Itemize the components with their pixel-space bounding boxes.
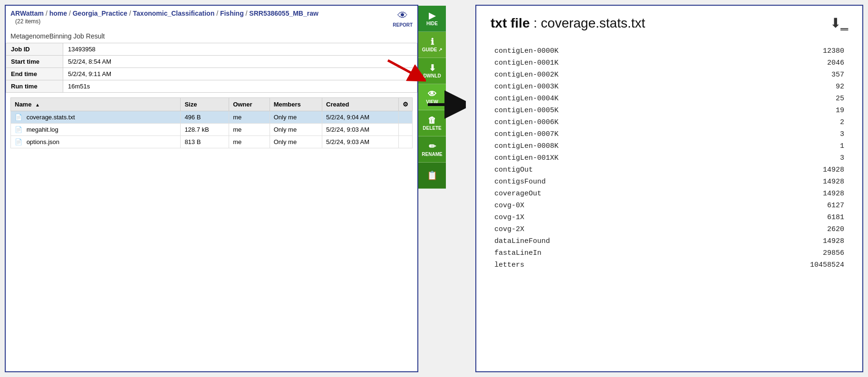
data-row: letters10458524 xyxy=(491,259,848,271)
data-row: covg-2X2620 xyxy=(491,223,848,235)
data-value: 10458524 xyxy=(722,259,848,271)
job-id-row: Job ID 13493958 xyxy=(6,43,417,56)
col-created[interactable]: Created xyxy=(322,98,399,111)
data-key: contigLen-0008K xyxy=(491,140,722,152)
data-value: 14928 xyxy=(722,176,848,188)
breadcrumb: ARWattam / home / Georgia_Practice / Tax… xyxy=(10,10,318,17)
data-row: contigLen-0007K3 xyxy=(491,128,848,140)
file-action-options xyxy=(399,136,413,148)
breadcrumb-part-2[interactable]: Georgia_Practice xyxy=(73,10,127,17)
file-name-coverage[interactable]: 📄 coverage.stats.txt xyxy=(11,111,181,124)
data-key: fastaLineIn xyxy=(491,247,722,259)
file-action-coverage xyxy=(399,111,413,124)
start-time-value: 5/2/24, 8:54 AM xyxy=(63,56,417,68)
data-key: contigLen-0001K xyxy=(491,57,722,69)
breadcrumb-part-4[interactable]: Fishing xyxy=(220,10,244,17)
data-row: contigLen-0003K92 xyxy=(491,81,848,93)
data-key: contigLen-0005K xyxy=(491,105,722,116)
file-icon: 📄 xyxy=(15,138,22,145)
data-key: contigLen-0000K xyxy=(491,45,722,57)
data-key: contigLen-0007K xyxy=(491,128,722,140)
data-value: 14928 xyxy=(722,164,848,176)
data-value: 6181 xyxy=(722,212,848,223)
job-id-value: 13493958 xyxy=(63,43,417,56)
data-row: contigLen-0005K19 xyxy=(491,105,848,116)
data-row: contigsFound14928 xyxy=(491,176,848,188)
report-button[interactable]: 👁 REPORT xyxy=(393,10,413,28)
data-value: 14928 xyxy=(722,188,848,200)
data-value: 12380 xyxy=(722,45,848,57)
report-label: REPORT xyxy=(393,22,413,28)
data-value: 357 xyxy=(722,69,848,81)
data-key: contigLen-0002K xyxy=(491,69,722,81)
data-key: contigLen-001XK xyxy=(491,152,722,164)
data-row: covg-0X6127 xyxy=(491,200,848,212)
data-row: contigLen-0000K12380 xyxy=(491,45,848,57)
big-right-arrow xyxy=(428,90,466,119)
file-created-options: 5/2/24, 9:03 AM xyxy=(322,136,399,148)
col-owner[interactable]: Owner xyxy=(229,98,270,111)
title-colon: : xyxy=(533,16,537,30)
data-value: 1 xyxy=(722,140,848,152)
data-value: 25 xyxy=(722,93,848,105)
item-count: (22 items) xyxy=(10,17,318,28)
breadcrumb-part-5[interactable]: SRR5386055_MB_raw xyxy=(249,10,318,17)
run-time-row: Run time 16m51s xyxy=(6,80,417,93)
data-value: 29856 xyxy=(722,247,848,259)
col-size[interactable]: Size xyxy=(181,98,229,111)
file-title: txt file : coverage.stats.txt xyxy=(491,16,645,31)
gear-icon[interactable]: ⚙ xyxy=(399,98,413,111)
file-row-coverage[interactable]: 📄 coverage.stats.txt 496 B me Only me 5/… xyxy=(11,111,413,124)
data-row: contigLen-0002K357 xyxy=(491,69,848,81)
data-key: covg-1X xyxy=(491,212,722,223)
data-key: coverageOut xyxy=(491,188,722,200)
data-row: contigLen-0006K2 xyxy=(491,116,848,128)
file-owner-options: me xyxy=(229,136,270,148)
file-name-megahit[interactable]: 📄 megahit.log xyxy=(11,124,181,136)
file-icon: 📄 xyxy=(15,126,22,133)
data-row: coverageOut14928 xyxy=(491,188,848,200)
sort-arrow: ▲ xyxy=(35,102,40,107)
breadcrumb-part-1[interactable]: home xyxy=(49,10,67,17)
file-members-coverage: Only me xyxy=(270,111,322,124)
file-icon: 📄 xyxy=(15,114,22,121)
end-time-row: End time 5/2/24, 9:11 AM xyxy=(6,68,417,80)
file-members-megahit: Only me xyxy=(270,124,322,136)
data-key: covg-2X xyxy=(491,223,722,235)
right-panel: txt file : coverage.stats.txt ⬇‗ contigL… xyxy=(475,5,863,372)
data-value: 3 xyxy=(722,152,848,164)
data-value: 3 xyxy=(722,128,848,140)
data-key: contigLen-0003K xyxy=(491,81,722,93)
breadcrumb-bar: ARWattam / home / Georgia_Practice / Tax… xyxy=(6,6,417,29)
col-members[interactable]: Members xyxy=(270,98,322,111)
col-name[interactable]: Name ▲ xyxy=(11,98,181,111)
job-info-table: Job ID 13493958 Start time 5/2/24, 8:54 … xyxy=(6,43,417,93)
data-key: contigLen-0004K xyxy=(491,93,722,105)
data-value: 14928 xyxy=(722,235,848,247)
breadcrumb-part-0[interactable]: ARWattam xyxy=(10,10,44,17)
filename-label: coverage.stats.txt xyxy=(541,16,645,30)
file-row-megahit[interactable]: 📄 megahit.log 128.7 kB me Only me 5/2/24… xyxy=(11,124,413,136)
file-size-megahit: 128.7 kB xyxy=(181,124,229,136)
big-arrow-container xyxy=(428,5,466,372)
job-title: MetagenomeBinning Job Result xyxy=(6,29,417,43)
breadcrumb-part-3[interactable]: Taxonomic_Classification xyxy=(133,10,215,17)
file-size-options: 813 B xyxy=(181,136,229,148)
data-key: contigsFound xyxy=(491,176,722,188)
data-row: dataLineFound14928 xyxy=(491,235,848,247)
red-arrow-annotation xyxy=(383,56,426,86)
start-time-row: Start time 5/2/24, 8:54 AM xyxy=(6,56,417,68)
left-panel: ARWattam / home / Georgia_Practice / Tax… xyxy=(5,5,418,372)
file-type-label: txt file xyxy=(491,16,530,30)
file-table-container: Name ▲ Size Owner Members Created ⚙ 📄 co… xyxy=(6,93,417,148)
right-download-button[interactable]: ⬇‗ xyxy=(830,15,848,31)
file-row-options[interactable]: 📄 options.json 813 B me Only me 5/2/24, … xyxy=(11,136,413,148)
file-created-coverage: 5/2/24, 9:04 AM xyxy=(322,111,399,124)
coverage-data-table: contigLen-0000K12380contigLen-0001K2046c… xyxy=(491,45,848,271)
data-row: contigLen-0008K1 xyxy=(491,140,848,152)
data-row: contigLen-0001K2046 xyxy=(491,57,848,69)
data-value: 6127 xyxy=(722,200,848,212)
file-name-options[interactable]: 📄 options.json xyxy=(11,136,181,148)
data-key: contigLen-0006K xyxy=(491,116,722,128)
file-owner-megahit: me xyxy=(229,124,270,136)
